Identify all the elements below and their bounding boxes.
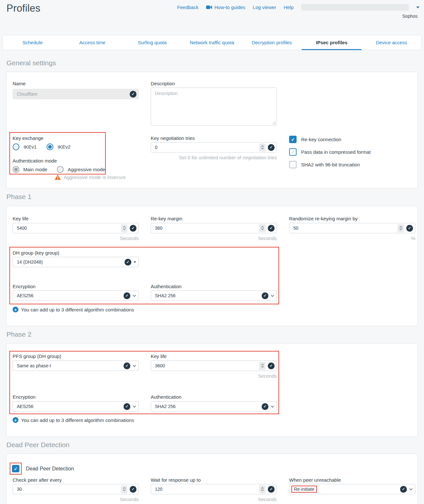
pfs-group-label: PFS group (DH group) — [13, 353, 61, 359]
check-peer-label: Check peer after every — [13, 477, 62, 483]
valid-check-icon: ✓ — [125, 259, 131, 266]
chevron-down-icon — [409, 488, 413, 490]
randomize-input[interactable] — [289, 223, 415, 233]
valid-check-icon: ✓ — [124, 403, 130, 410]
phase2-encryption-select[interactable]: AES256 ✓ — [13, 401, 139, 412]
number-stepper[interactable] — [259, 485, 266, 493]
chevron-down-icon[interactable] — [416, 6, 419, 8]
key-negotiation-label: Key negotiation tries — [151, 135, 195, 141]
phase2-key-life-input[interactable] — [151, 361, 277, 371]
key-life-input[interactable] — [13, 223, 139, 233]
tab-access-time[interactable]: Access time — [62, 35, 122, 50]
profiles-tabbar: Schedule Access time Surfing quota Netwo… — [2, 35, 422, 50]
chevron-down-icon — [133, 365, 136, 367]
key-negotiation-help: Set 0 for unlimited number of negotiatio… — [151, 155, 277, 160]
dpd-card: ✓ Dead Peer Detection Check peer after e… — [6, 454, 418, 504]
video-camera-icon — [206, 5, 212, 9]
compressed-checkbox[interactable]: ✓ — [289, 148, 297, 156]
phase1-encryption-label: Encryption — [13, 284, 36, 289]
header-links: Feedback How-to guides Log viewer Help — [177, 4, 419, 11]
add-combination-icon[interactable]: + — [13, 307, 18, 312]
check-peer-input[interactable] — [13, 484, 139, 494]
key-exchange-label: Key exchange — [13, 135, 43, 141]
tab-schedule[interactable]: Schedule — [3, 35, 62, 50]
tab-ipsec-profiles[interactable]: IPsec profiles — [302, 35, 362, 50]
reinitiate-annotation-box: Re-initiate — [291, 486, 317, 493]
tab-surfing-quota[interactable]: Surfing quota — [122, 35, 182, 50]
howto-guides-link[interactable]: How-to guides — [206, 5, 245, 10]
ipsec-profiles-page: Profiles Feedback How-to guides Log view… — [0, 0, 424, 504]
dh-group-label: DH group (key group) — [13, 250, 59, 256]
aggressive-mode-radio[interactable] — [57, 166, 64, 173]
valid-check-icon: ✓ — [268, 486, 275, 493]
page-title: Profiles — [6, 3, 40, 14]
number-stepper[interactable] — [259, 143, 266, 152]
general-settings-heading: General settings — [6, 59, 56, 67]
phase2-key-life-label: Key life — [151, 353, 167, 359]
sha2-truncation-row: SHA2 with 96-bit truncation — [289, 161, 360, 168]
valid-check-icon: ✓ — [124, 292, 130, 299]
key-negotiation-input[interactable] — [151, 142, 277, 152]
tab-network-traffic-quota[interactable]: Network traffic quota — [182, 35, 242, 50]
auth-mode-radios: Main mode Aggressive mode — [13, 166, 105, 173]
valid-check-icon: ✓ — [268, 225, 275, 232]
tab-decryption-profiles[interactable]: Decryption profiles — [242, 35, 302, 50]
check-peer-unit: Seconds — [13, 497, 139, 502]
name-label: Name — [13, 81, 26, 86]
key-life-unit: Seconds — [13, 236, 139, 241]
rekey-margin-input[interactable] — [151, 223, 277, 233]
account-selector[interactable] — [301, 4, 409, 11]
help-link[interactable]: Help — [284, 5, 294, 10]
number-stepper[interactable] — [397, 224, 404, 232]
number-stepper[interactable] — [121, 485, 127, 493]
name-input[interactable] — [13, 89, 139, 99]
chevron-down-icon — [271, 405, 274, 408]
valid-check-icon: ✓ — [268, 144, 275, 151]
rekey-connection-checkbox[interactable]: ✓ — [289, 136, 297, 143]
phase2-authentication-label: Authentication — [151, 394, 181, 400]
rekey-margin-label: Re-key margin — [151, 216, 182, 221]
phase2-key-life-unit: Seconds — [151, 373, 277, 379]
aggressive-warning: Aggressive mode is insecure — [55, 174, 126, 180]
add-combination-icon[interactable]: + — [13, 417, 18, 423]
phase1-encryption-select[interactable]: AES256 ✓ — [13, 290, 139, 301]
dpd-checkbox[interactable]: ✓ — [12, 465, 19, 472]
ikev1-radio[interactable] — [13, 143, 19, 150]
peer-unreachable-label: When peer unreachable — [289, 477, 341, 483]
tab-device-access[interactable]: Device access — [362, 35, 421, 50]
valid-check-icon: ✓ — [262, 292, 268, 299]
phase2-authentication-select[interactable]: SHA2 256 ✓ — [151, 401, 277, 412]
description-textarea[interactable] — [151, 88, 277, 126]
chevron-down-icon — [271, 295, 274, 297]
log-viewer-link[interactable]: Log viewer — [253, 5, 277, 10]
peer-unreachable-select[interactable]: Re-initiate ✓ — [289, 484, 415, 494]
valid-check-icon: ✓ — [130, 225, 136, 232]
randomize-unit: % — [289, 236, 415, 241]
feedback-link[interactable]: Feedback — [177, 5, 199, 10]
rekey-connection-row: ✓ Re-key connection — [289, 136, 341, 143]
number-stepper[interactable] — [259, 224, 266, 232]
description-label: Description — [151, 81, 175, 86]
phase1-add-note: + You can add up to 3 different algorith… — [13, 307, 134, 312]
ikev2-label: IKEv2 — [58, 144, 71, 150]
aggressive-mode-label: Aggressive mode — [68, 167, 105, 172]
chevron-down-icon — [133, 405, 136, 408]
valid-check-icon: ✓ — [130, 91, 136, 98]
wait-response-input[interactable] — [151, 484, 277, 494]
dpd-enable-label: Dead Peer Detection — [26, 466, 74, 472]
rekey-connection-label: Re-key connection — [301, 137, 341, 142]
dh-group-select[interactable]: 14 (DH2048) ✓ — [13, 257, 139, 267]
wait-response-label: Wait for response up to — [151, 477, 201, 483]
phase1-authentication-select[interactable]: SHA2 256 ✓ — [151, 290, 277, 301]
sha2-truncation-checkbox[interactable] — [289, 161, 297, 168]
number-stepper[interactable] — [121, 224, 127, 232]
number-stepper[interactable] — [259, 362, 266, 370]
chevron-down-icon — [133, 295, 136, 297]
dpd-heading: Dead Peer Detection — [6, 441, 70, 449]
valid-check-icon: ✓ — [262, 403, 268, 410]
main-mode-radio[interactable] — [13, 166, 19, 173]
ikev2-radio[interactable] — [47, 143, 53, 150]
ikev1-label: IKEv1 — [24, 144, 37, 150]
dpd-enable-row: ✓ Dead Peer Detection — [12, 465, 74, 472]
pfs-group-select[interactable]: Same as phase-I ✓ — [13, 361, 139, 371]
